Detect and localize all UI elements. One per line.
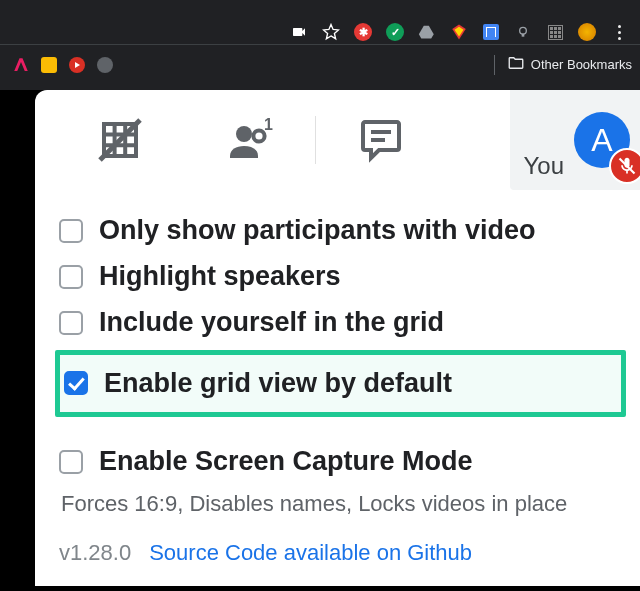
checkbox[interactable] [59,311,83,335]
browser-chrome: ✱ ✓ [0,0,640,90]
svg-text:1: 1 [264,116,273,133]
you-label: You [524,152,565,190]
ext-red-shield-icon[interactable]: ✱ [354,23,372,41]
ext-blue-book-icon[interactable] [482,23,500,41]
tab-chat[interactable] [316,116,446,164]
panel-tabs: 1 You A [35,90,640,190]
bookmark-m-icon[interactable] [12,56,30,74]
chat-icon [357,116,405,164]
bookmark-play-icon[interactable] [68,56,86,74]
other-bookmarks-label: Other Bookmarks [531,57,632,72]
browser-toolbar: ✱ ✓ [0,0,640,44]
option-label: Enable Screen Capture Mode [99,441,473,483]
svg-point-0 [520,27,527,34]
other-bookmarks-button[interactable]: Other Bookmarks [494,54,632,75]
participants-icon: 1 [226,116,274,164]
option-help-text: Forces 16:9, Disables names, Locks video… [59,489,622,520]
extension-panel: 1 You A Only show participants with [35,90,640,586]
option-label: Highlight speakers [99,256,341,298]
ext-drive-icon[interactable] [418,23,436,41]
ext-bulb-icon[interactable] [514,23,532,41]
option-highlight-speakers[interactable]: Highlight speakers [59,254,622,300]
checkbox-checked[interactable] [64,371,88,395]
version-label: v1.28.0 [59,540,131,566]
mic-muted-icon[interactable] [609,148,640,184]
svg-rect-1 [522,34,525,37]
bookmarks-bar: Other Bookmarks [0,44,640,84]
ext-superman-icon[interactable] [450,23,468,41]
option-enable-grid-default[interactable]: Enable grid view by default [64,359,617,409]
ext-green-check-icon[interactable]: ✓ [386,23,404,41]
option-label: Enable grid view by default [104,363,452,405]
star-icon[interactable] [322,23,340,41]
folder-icon [507,54,525,75]
option-screen-capture[interactable]: Enable Screen Capture Mode [59,439,622,485]
checkbox[interactable] [59,450,83,474]
option-label: Include yourself in the grid [99,302,444,344]
chrome-menu-icon[interactable] [610,23,628,41]
option-include-yourself[interactable]: Include yourself in the grid [59,300,622,346]
bookmark-orange-icon[interactable] [40,56,58,74]
grid-off-icon [96,116,144,164]
avatar-letter: A [591,122,612,159]
checkbox[interactable] [59,219,83,243]
svg-point-3 [236,126,252,142]
tab-participants[interactable]: 1 [185,116,315,164]
highlight-box: Enable grid view by default [55,350,626,418]
option-only-show-video[interactable]: Only show participants with video [59,208,622,254]
options-list: Only show participants with video Highli… [35,190,640,520]
svg-point-4 [253,130,264,141]
tab-grid[interactable] [55,116,185,164]
ext-avatar-icon[interactable] [578,23,596,41]
you-chip[interactable]: You A [510,90,641,190]
ext-grid-icon[interactable] [546,23,564,41]
option-label: Only show participants with video [99,210,536,252]
panel-footer: v1.28.0 Source Code available on Github [35,520,640,566]
source-link[interactable]: Source Code available on Github [149,540,472,566]
checkbox[interactable] [59,265,83,289]
camera-icon[interactable] [290,23,308,41]
bookmark-dark-circle-icon[interactable] [96,56,114,74]
